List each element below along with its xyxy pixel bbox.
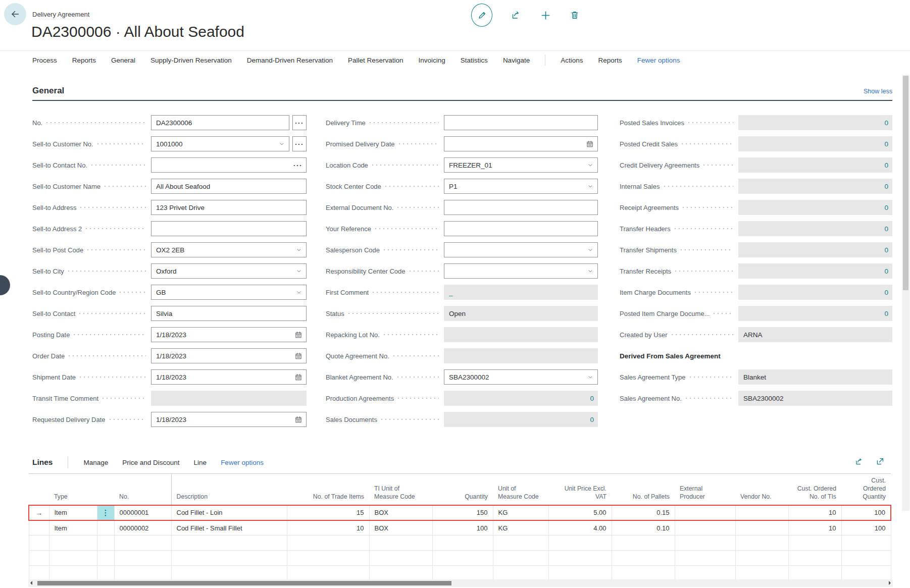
col-header-unit-price[interactable]: Unit Price Excl. VAT	[548, 474, 612, 505]
menubar-item-fewer-options[interactable]: Fewer options	[637, 57, 680, 64]
col-header-no[interactable]: No.	[114, 474, 171, 505]
chevron-down-icon[interactable]	[295, 289, 302, 296]
cell-external-producer[interactable]	[675, 520, 735, 536]
chevron-down-icon[interactable]	[295, 268, 302, 275]
lines-toolbar-fewer-options[interactable]: Fewer options	[221, 459, 264, 466]
lines-toolbar-line[interactable]: Line	[194, 459, 207, 466]
lines-openinnew-button[interactable]	[875, 457, 885, 466]
col-header-trade-items[interactable]: No. of Trade Items	[287, 474, 369, 505]
chevron-down-icon[interactable]	[587, 373, 594, 381]
cell-description[interactable]: Cod Fillet - Small Fillet	[171, 520, 287, 536]
cell-ti-uom[interactable]: BOX	[369, 505, 432, 520]
cell-unit-price[interactable]: 4.00	[548, 520, 612, 536]
col-header-uom[interactable]: Unit of Measure Code	[493, 474, 548, 505]
cell-type[interactable]: Item	[49, 505, 97, 520]
col-header-ti-uom[interactable]: TI Unit of Measure Code	[369, 474, 432, 505]
row-selector-cell[interactable]	[29, 520, 49, 536]
scroll-left-arrow-icon[interactable]	[30, 581, 32, 585]
col-header-cust-ordered-tis[interactable]: Cust. Ordered No. of TIs	[788, 474, 841, 505]
menubar-item-demand-driven-reservation[interactable]: Demand-Driven Reservation	[247, 57, 333, 64]
calendar-icon[interactable]	[586, 140, 594, 148]
general-section-header[interactable]: General Show less	[32, 86, 892, 101]
cell-pallets[interactable]: 0.15	[612, 505, 675, 520]
col-header-description[interactable]: Description	[171, 474, 287, 505]
field-input-salesperson-code[interactable]	[444, 242, 598, 257]
menubar-item-navigate[interactable]: Navigate	[503, 57, 530, 64]
field-input-responsibility-center-code[interactable]	[444, 263, 598, 279]
field-input-stock-center-code[interactable]: P1	[444, 179, 598, 194]
calendar-icon[interactable]	[294, 373, 302, 381]
menubar-item-pallet-reservation[interactable]: Pallet Reservation	[348, 57, 403, 64]
col-header-selector[interactable]	[29, 474, 49, 505]
breadcrumb[interactable]: Delivery Agreement	[32, 11, 89, 18]
assist-edit-button[interactable]: ···	[292, 136, 307, 151]
delete-button[interactable]	[570, 10, 580, 20]
chevron-down-icon[interactable]	[587, 246, 594, 253]
field-input-posting-date[interactable]: 1/18/2023	[151, 327, 307, 342]
field-input-sell-to-customer-name[interactable]: All About Seafood	[151, 179, 307, 194]
cell-uom[interactable]: KG	[493, 505, 548, 520]
col-header-quantity[interactable]: Quantity	[432, 474, 493, 505]
field-input-sell-to-country-region-code[interactable]: GB	[151, 285, 307, 300]
cell-no[interactable]: 00000002	[114, 520, 171, 536]
menubar-item-process[interactable]: Process	[32, 57, 57, 64]
line-row-empty[interactable]	[29, 566, 891, 581]
field-input-sell-to-address-2[interactable]	[151, 221, 307, 236]
cell-pallets[interactable]: 0.10	[612, 520, 675, 536]
assist-edit-button[interactable]: ···	[292, 115, 307, 130]
col-header-cust-ordered-qty[interactable]: Cust. Ordered Quantity	[841, 474, 891, 505]
vertical-scrollbar-thumb[interactable]	[903, 76, 908, 290]
side-panel-handle[interactable]	[0, 275, 10, 295]
back-button[interactable]	[4, 3, 26, 25]
cell-trade-items[interactable]: 15	[287, 505, 369, 520]
field-input-sell-to-post-code[interactable]: OX2 2EB	[151, 242, 307, 257]
cell-quantity[interactable]: 100	[432, 520, 493, 536]
cell-cust-ordered-qty[interactable]: 100	[841, 505, 891, 520]
menubar-item-statistics[interactable]: Statistics	[461, 57, 488, 64]
assist-ellipsis-icon[interactable]: ···	[293, 162, 302, 169]
cell-description[interactable]: Cod Fillet - Loin	[171, 505, 287, 520]
lines-toolbar-price-and-discount[interactable]: Price and Discount	[122, 459, 179, 466]
cell-cust-ordered-tis[interactable]: 10	[788, 505, 841, 520]
field-input-blanket-agreement-no[interactable]: SBA2300002	[444, 369, 598, 385]
row-options-cell[interactable]: ⋮	[97, 505, 114, 520]
col-header-type[interactable]: Type	[49, 474, 97, 505]
field-input-location-code[interactable]: FREEZER_01	[444, 157, 598, 173]
line-row-2[interactable]: Item00000002Cod Fillet - Small Fillet10B…	[29, 520, 891, 536]
col-header-row-menu[interactable]	[97, 474, 114, 505]
lines-toolbar-manage[interactable]: Manage	[83, 459, 108, 466]
chevron-down-icon[interactable]	[587, 162, 594, 169]
cell-ti-uom[interactable]: BOX	[369, 520, 432, 536]
cell-unit-price[interactable]: 5.00	[548, 505, 612, 520]
menubar-item-supply-driven-reservation[interactable]: Supply-Driven Reservation	[150, 57, 232, 64]
cell-external-producer[interactable]	[675, 505, 735, 520]
field-input-sell-to-customer-no[interactable]: 1001000	[151, 136, 289, 151]
cell-no[interactable]: 00000001	[114, 505, 171, 520]
vertical-scrollbar[interactable]	[902, 75, 909, 511]
field-input-external-document-no[interactable]	[444, 200, 598, 215]
edit-button[interactable]	[471, 4, 492, 27]
chevron-down-icon[interactable]	[587, 183, 594, 190]
horizontal-scrollbar[interactable]	[28, 579, 893, 587]
menubar-item-reports[interactable]: Reports	[72, 57, 96, 64]
menubar-item-general[interactable]: General	[111, 57, 135, 64]
field-input-sell-to-city[interactable]: Oxford	[151, 263, 307, 279]
cell-cust-ordered-tis[interactable]: 10	[788, 520, 841, 536]
field-input-promised-delivery-date[interactable]	[444, 136, 598, 151]
horizontal-scrollbar-thumb[interactable]	[37, 581, 451, 585]
cell-cust-ordered-qty[interactable]: 100	[841, 520, 891, 536]
scroll-right-arrow-icon[interactable]	[889, 581, 891, 585]
field-input-no[interactable]: DA2300006	[151, 115, 289, 130]
show-less-link[interactable]: Show less	[864, 88, 892, 96]
field-input-sell-to-contact[interactable]: Silvia	[151, 306, 307, 321]
col-header-vendor-no[interactable]: Vendor No.	[735, 474, 788, 505]
cell-vendor-no[interactable]	[735, 505, 788, 520]
field-input-shipment-date[interactable]: 1/18/2023	[151, 369, 307, 385]
cell-type[interactable]: Item	[49, 520, 97, 536]
calendar-icon[interactable]	[294, 352, 302, 360]
cell-quantity[interactable]: 150	[432, 505, 493, 520]
line-row-empty[interactable]	[29, 536, 891, 551]
field-input-sell-to-address[interactable]: 123 Privet Drive	[151, 200, 307, 215]
calendar-icon[interactable]	[294, 331, 302, 339]
lines-share-button[interactable]	[854, 457, 864, 466]
